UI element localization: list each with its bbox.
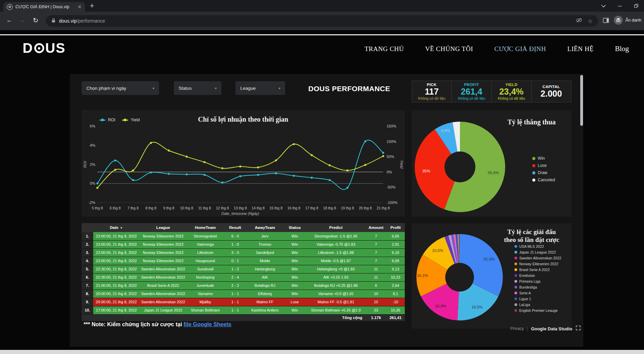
- nav-item-1[interactable]: VỀ CHÚNG TÔI: [425, 45, 473, 53]
- svg-text:5 thg 8: 5 thg 8: [92, 206, 103, 210]
- cell-predict: Stromsgodset -1.5 @1.95: [306, 232, 366, 240]
- legend-item-roi: ROI: [99, 118, 115, 122]
- cell-no: 6.: [82, 273, 93, 281]
- scorecard-group: PICK117Không có dữ liệuPROFIT261,4Không …: [412, 81, 571, 102]
- cell-status: Win: [283, 232, 306, 240]
- cell-away: Sandefjord: [246, 248, 283, 257]
- table-footer: Tổng cộng1.176261,41: [82, 314, 405, 321]
- dous-logo[interactable]: D US: [23, 40, 65, 56]
- legend-dot-icon: [532, 171, 535, 174]
- bets-table-card: Date▼LeagueHomeTeamResultAwayTeamStatusP…: [82, 223, 405, 321]
- table-row: 5.22:30:00, 21 thg 8, 2022Sweden Allsven…: [82, 265, 405, 273]
- embed-scrollbar-thumb[interactable]: [580, 75, 583, 126]
- nav-item-4[interactable]: Blog: [615, 45, 629, 53]
- filter-dropdown-0[interactable]: Chọn phạm vi ngày▾: [82, 81, 159, 95]
- address-bar[interactable]: dous.vip/performance ☆: [46, 15, 598, 27]
- cell-result: 3 - 0: [224, 248, 246, 257]
- minimize-icon[interactable]: [618, 4, 622, 8]
- cell-predict: Helsingborg +0 @1.83: [306, 265, 366, 273]
- legend-item-0: Win: [532, 156, 555, 161]
- cell-status: Win: [283, 273, 306, 281]
- google-data-studio-link[interactable]: Google Data Studio: [531, 326, 572, 331]
- svg-text:6 thg 8: 6 thg 8: [110, 206, 121, 210]
- cell-league: Norway Eliteserien 2022: [139, 257, 187, 265]
- cell-no: 10.: [82, 306, 93, 314]
- bookmark-star-icon[interactable]: ☆: [588, 18, 593, 24]
- cell-status: Win: [283, 306, 306, 314]
- series-roi: [97, 140, 383, 190]
- new-tab-button[interactable]: +: [90, 2, 94, 10]
- cell-amount: 6: [366, 281, 386, 290]
- line-chart-card: Chỉ số lợi nhuận theo thời gian ROIYield…: [82, 110, 405, 217]
- legend-dot-icon: [514, 263, 517, 265]
- cell-amount: 7: [366, 248, 386, 257]
- cell-home: Haugesund: [187, 257, 224, 265]
- filter-label-2: League: [240, 86, 256, 91]
- forward-icon[interactable]: →: [19, 16, 26, 24]
- lock-icon: [51, 18, 56, 24]
- restore-icon[interactable]: [634, 3, 639, 8]
- privacy-link[interactable]: Privacy: [510, 326, 524, 331]
- tab-close-icon[interactable]: ✕: [77, 4, 82, 9]
- filter-dropdown-1[interactable]: Status▾: [174, 81, 221, 95]
- legend-item-8: Serie A: [514, 291, 561, 295]
- cell-league: Brasil Serie A 2022: [139, 281, 187, 290]
- filter-dropdown-2[interactable]: League▾: [235, 81, 285, 95]
- nav-item-3[interactable]: LIÊN HỆ: [567, 45, 594, 53]
- fullscreen-icon[interactable]: [576, 326, 581, 332]
- tab-search-chevron-icon[interactable]: [601, 4, 606, 8]
- tracking-protection-eye-off-icon[interactable]: [576, 18, 582, 24]
- browser-tabstrip: D CƯỢC GIẢ ĐỊNH | Dous.vip ✕ +: [0, 0, 644, 12]
- cell-profit: 10,23: [386, 273, 405, 281]
- cell-amount: 23: [366, 306, 386, 314]
- url-text: dous.vip/performance: [59, 18, 105, 24]
- nav-item-0[interactable]: TRANG CHỦ: [365, 45, 404, 53]
- column-header-hometeam[interactable]: HomeTeam: [187, 223, 224, 232]
- table-row: 6.22:30:00, 21 thg 8, 2022Sweden Allsven…: [82, 273, 405, 281]
- cell-date: 23:00:00, 21 thg 8, 2022: [93, 232, 139, 240]
- league-pie-card: Tỷ lệ các giải đấu theo số lần đặt cược …: [412, 223, 571, 329]
- svg-text:Date_timezone (Ngày): Date_timezone (Ngày): [221, 211, 259, 216]
- svg-text:12 thg 8: 12 thg 8: [216, 206, 229, 210]
- win-lose-pie-legend: WinLoseDrawCanceled: [532, 156, 555, 185]
- cell-no: 1.: [82, 232, 93, 240]
- table-body: 1.23:00:00, 21 thg 8, 2022Norway Elitese…: [82, 232, 405, 314]
- reload-icon[interactable]: ↻: [33, 16, 38, 24]
- column-header-profit[interactable]: Profit: [386, 223, 405, 232]
- incognito-profile-chip[interactable]: Ẩn danh: [614, 16, 641, 25]
- total-label: Tổng cộng: [82, 314, 366, 321]
- table-row: 3.23:00:00, 21 thg 8, 2022Norway Elitese…: [82, 248, 405, 257]
- cell-result: 0 - 1: [224, 257, 246, 265]
- note-text: *** Note: Kiểm chứng lịch sử cược tại: [84, 321, 184, 327]
- legend-item-7: Bundesliga: [514, 285, 561, 289]
- column-header-status[interactable]: Status: [283, 223, 306, 232]
- side-panel-icon[interactable]: [603, 18, 609, 24]
- series-yield: [97, 142, 383, 188]
- column-header-amount[interactable]: Amount: [366, 223, 386, 232]
- browser-tab[interactable]: D CƯỢC GIẢ ĐỊNH | Dous.vip ✕: [3, 2, 85, 12]
- report-footer: Privacy Google Data Studio: [510, 326, 581, 332]
- back-icon[interactable]: ←: [6, 16, 13, 24]
- column-header-predict[interactable]: Predict: [306, 223, 366, 232]
- incognito-icon: [614, 16, 623, 25]
- total-amount: 1.176: [366, 314, 386, 321]
- svg-text:100%: 100%: [387, 139, 396, 144]
- cell-profit: 6,09: [386, 257, 405, 265]
- scorecard-label: PICK: [427, 83, 437, 87]
- cell-away: Jerv: [246, 232, 283, 240]
- filter-label-0: Chọn phạm vi ngày: [86, 86, 126, 91]
- cell-profit: 6,16: [386, 248, 405, 257]
- cell-profit: 2,64: [386, 281, 405, 290]
- nav-item-2[interactable]: CƯỢC GIẢ ĐỊNH: [494, 45, 546, 53]
- svg-text:50%: 50%: [387, 155, 394, 159]
- column-header-league[interactable]: League: [139, 223, 187, 232]
- cell-league: Norway Eliteserien 2022: [139, 248, 187, 257]
- column-header-result[interactable]: Result: [224, 223, 246, 232]
- legend-swatch-icon: [99, 120, 106, 121]
- scorecard-yield: YIELD23,4%Không có dữ liệu: [491, 81, 531, 102]
- column-header-awayteam[interactable]: AwayTeam: [246, 223, 283, 232]
- column-header-date[interactable]: Date▼: [93, 223, 139, 232]
- cell-away: Helsingborg: [246, 265, 283, 273]
- svg-text:Yield: Yield: [400, 160, 404, 169]
- google-sheets-link[interactable]: file Google Sheets: [184, 321, 232, 327]
